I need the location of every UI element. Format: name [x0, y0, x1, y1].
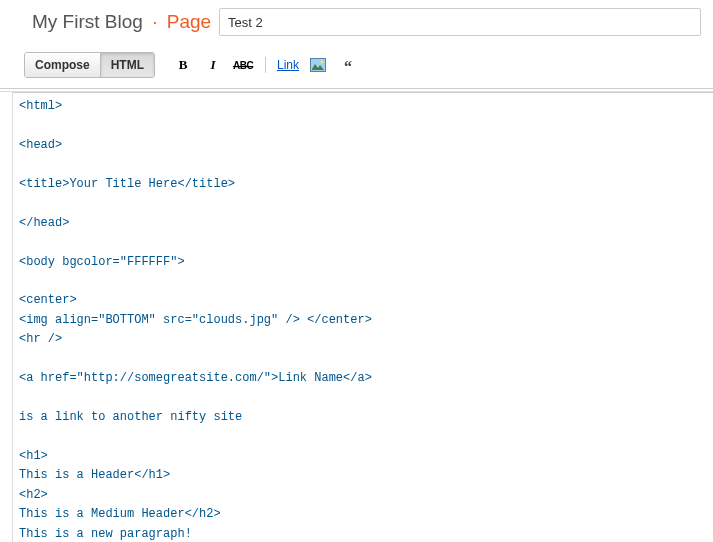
breadcrumb: My First Blog · Page [32, 11, 211, 33]
post-title-input[interactable] [219, 8, 701, 36]
link-button[interactable]: Link [278, 56, 298, 74]
italic-button[interactable]: I [203, 56, 223, 74]
image-button[interactable] [308, 56, 328, 74]
image-icon [310, 58, 326, 72]
compose-mode-button[interactable]: Compose [25, 53, 101, 77]
mode-toggle-group: Compose HTML [24, 52, 155, 78]
bold-button[interactable]: B [173, 56, 193, 74]
html-mode-button[interactable]: HTML [101, 53, 154, 77]
editor-toolbar: Compose HTML B I ABC Link “ [0, 46, 713, 89]
toolbar-separator [265, 57, 266, 73]
blockquote-button[interactable]: “ [338, 56, 358, 74]
breadcrumb-separator: · [152, 11, 157, 32]
page-label: Page [167, 11, 211, 32]
html-source-editor[interactable]: <html> <head> <title>Your Title Here</ti… [12, 92, 713, 542]
svg-point-2 [321, 61, 324, 64]
blog-name: My First Blog [32, 11, 143, 32]
strikethrough-button[interactable]: ABC [233, 56, 253, 74]
